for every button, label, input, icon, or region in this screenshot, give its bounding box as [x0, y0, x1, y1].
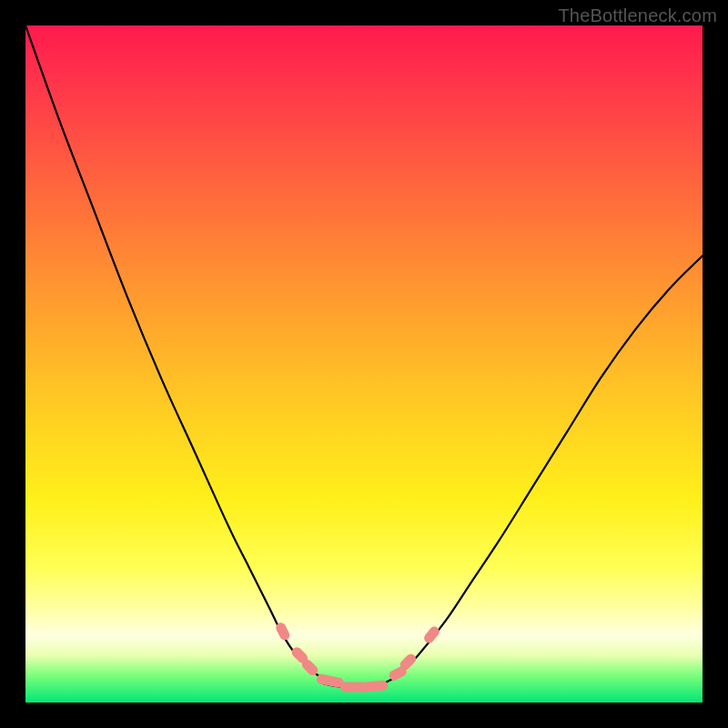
chart-plot-area: [25, 25, 703, 703]
chart-marker: [360, 680, 389, 693]
chart-frame: TheBottleneck.com: [0, 0, 728, 728]
curve-right-branch: [378, 256, 703, 686]
chart-marker: [316, 673, 345, 689]
chart-curve-group: [25, 25, 703, 688]
curve-left-branch: [25, 25, 337, 683]
chart-svg: [25, 25, 703, 703]
chart-marker: [422, 624, 441, 644]
watermark-label: TheBottleneck.com: [558, 5, 717, 26]
